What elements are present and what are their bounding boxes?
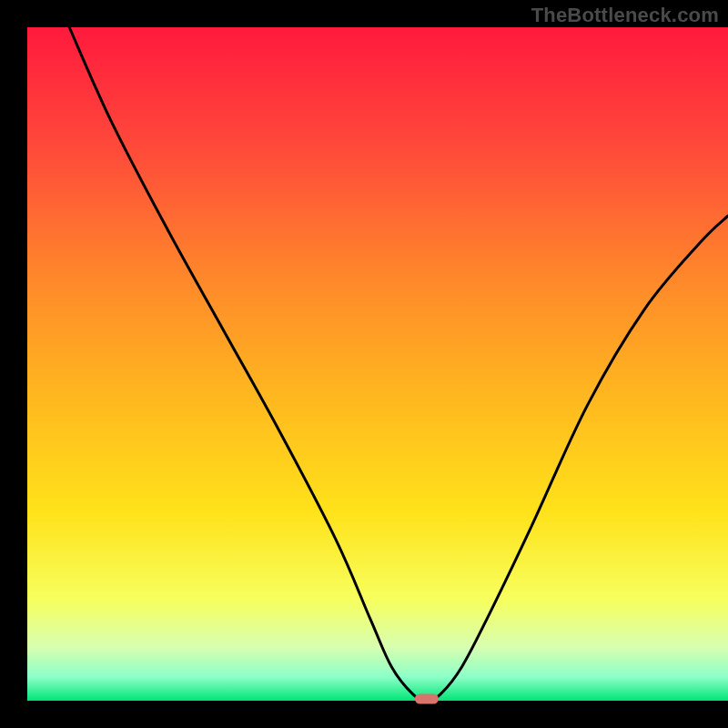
minimum-marker [415,694,439,704]
plot-background [27,27,728,701]
bottleneck-chart [0,0,728,728]
chart-container: TheBottleneck.com [0,0,728,728]
watermark-label: TheBottleneck.com [531,4,719,27]
